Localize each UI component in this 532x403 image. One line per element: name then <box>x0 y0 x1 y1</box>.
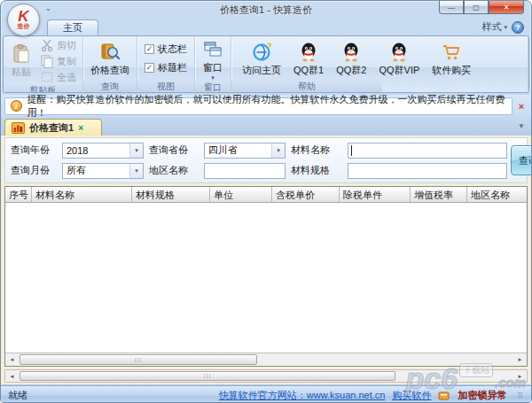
table-header-row: 序号 材料名称 材料规格 单位 含税单价 除税单件 增值税率 地区名称 <box>5 187 527 203</box>
notice-strip: i 提醒：购买快算造价软件的加密锁后，就可以使用所有功能。快算软件永久免费升级，… <box>1 95 531 117</box>
scroll-right-icon[interactable]: ► <box>513 353 527 366</box>
notice-close-icon[interactable]: × <box>515 101 528 112</box>
maximize-button[interactable]: ▢ <box>464 1 489 14</box>
copy-icon <box>40 54 54 68</box>
scroll-track[interactable]: ⁞⁞⁞ <box>19 370 513 382</box>
chart-window-icon <box>12 122 25 134</box>
notice-message-box: i 提醒：购买快算造价软件的加密锁后，就可以使用所有功能。快算软件永久免费升级，… <box>4 97 512 115</box>
year-label: 查询年份 <box>9 143 59 157</box>
province-select[interactable]: 四川省 ▾ <box>204 143 286 159</box>
ribbon-group-query: 价格查询 查询 <box>83 36 137 92</box>
status-ready-text: 就绪 <box>8 389 27 402</box>
qq-group1-button[interactable]: QQ群1 <box>290 41 327 78</box>
month-value: 所有 <box>63 164 129 177</box>
scroll-track[interactable]: ⁞⁞⁞ <box>19 353 513 366</box>
chevron-down-icon: ▾ <box>504 24 507 31</box>
ribbon-group-window: 窗口 ▾ 窗口 <box>195 36 231 92</box>
cascade-windows-icon <box>202 39 223 60</box>
style-dropdown[interactable]: 样式 ▾ <box>481 20 507 34</box>
col-region[interactable]: 地区名称 <box>467 187 527 202</box>
material-name-label: 材料名称 <box>289 143 344 157</box>
col-index[interactable]: 序号 <box>5 187 32 202</box>
scroll-right-icon[interactable]: ► <box>513 370 527 382</box>
doc-tab-close-icon[interactable]: × <box>78 123 83 133</box>
style-dropdown-label: 样式 <box>481 20 501 34</box>
month-label: 查询月份 <box>9 164 59 177</box>
material-spec-input[interactable] <box>348 163 507 179</box>
year-select[interactable]: 2018 ▾ <box>62 143 144 159</box>
window-group-label: 窗口 <box>195 81 231 93</box>
price-query-button[interactable]: 价格查询 <box>87 41 133 78</box>
qq-group-vip-button[interactable]: QQ群VIP <box>375 41 423 78</box>
province-label: 查询省份 <box>147 143 200 157</box>
buy-software-label: 软件购买 <box>432 64 471 77</box>
query-price-button[interactable]: 查询价格 <box>511 145 532 175</box>
qq-group2-button[interactable]: QQ群2 <box>332 41 370 78</box>
cut-button[interactable]: 剪切 <box>37 38 79 52</box>
scroll-thumb[interactable]: ⁞⁞⁞ <box>20 354 257 365</box>
titlebar-checkbox-label: 标题栏 <box>158 61 187 74</box>
info-icon: i <box>11 100 22 112</box>
close-button[interactable]: ✕ <box>489 1 524 14</box>
col-vat-rate[interactable]: 增值税率 <box>411 187 467 202</box>
visit-homepage-button[interactable]: 访问主页 <box>239 41 285 78</box>
col-price-no-tax[interactable]: 除税单件 <box>340 187 411 202</box>
material-spec-label: 材料规格 <box>289 164 344 177</box>
statusbar-checkbox-label: 状态栏 <box>158 43 187 56</box>
select-all-button[interactable]: 全选 <box>37 70 79 84</box>
qq-group-vip-label: QQ群VIP <box>379 64 419 77</box>
minimize-button[interactable]: — <box>439 1 464 14</box>
official-website-link[interactable]: 快算软件官方网站：www.ksuan.net.cn <box>219 389 386 402</box>
ribbon-group-help: 访问主页 QQ群1 <box>231 36 528 92</box>
qq-penguin-icon <box>388 42 410 63</box>
paste-button[interactable]: 粘贴 <box>7 43 35 80</box>
ribbon: 粘贴 剪切 <box>3 35 529 93</box>
buy-software-button[interactable]: 软件购买 <box>428 41 474 78</box>
scroll-thumb[interactable]: ⁞⁞⁞ <box>20 371 395 381</box>
checkbox-checked-icon: ✓ <box>145 63 154 73</box>
help-group-label: 帮助 <box>231 81 382 92</box>
visit-homepage-label: 访问主页 <box>242 64 281 77</box>
resize-grip-icon[interactable]: ⠿ <box>517 391 524 400</box>
cut-icon <box>40 38 54 52</box>
scroll-left-icon[interactable]: ◄ <box>5 353 19 366</box>
col-unit[interactable]: 单位 <box>210 187 272 202</box>
col-material-name[interactable]: 材料名称 <box>32 187 132 202</box>
doc-tab-label: 价格查询1 <box>29 121 74 135</box>
titlebar: ⌄ 价格查询1 - 快算造价 — ▢ ✕ <box>1 1 531 18</box>
page-horizontal-scrollbar[interactable]: ◄ ⁞⁞⁞ ► <box>4 369 528 383</box>
copy-button[interactable]: 复制 <box>37 54 79 68</box>
ribbon-group-view: ✓ 状态栏 ✓ 标题栏 视图 <box>137 36 195 92</box>
app-menu-orb[interactable]: K 造价 <box>7 4 40 36</box>
tab-home[interactable]: 主页 <box>47 19 98 35</box>
tab-price-query-1[interactable]: 价格查询1 × <box>4 119 102 136</box>
tab-list-dropdown-icon[interactable]: ▼ <box>518 122 525 130</box>
col-price-with-tax[interactable]: 含税单价 <box>272 187 340 202</box>
material-name-input[interactable] <box>348 143 507 159</box>
app-logo-text: 造价 <box>18 23 30 29</box>
price-query-label: 价格查询 <box>90 64 129 77</box>
cart-icon <box>438 391 450 401</box>
checkbox-checked-icon: ✓ <box>145 44 154 54</box>
table-horizontal-scrollbar[interactable]: ◄ ⁞⁞⁞ ► <box>5 353 527 366</box>
titlebar-checkbox[interactable]: ✓ 标题栏 <box>145 61 187 74</box>
window-menu-button[interactable]: 窗口 ▾ <box>199 38 227 81</box>
help-button[interactable]: ? <box>512 21 524 34</box>
app-window: K 造价 ⌄ 价格查询1 - 快算造价 — ▢ ✕ 主页 样式 ▾ ? <box>0 0 532 403</box>
scroll-left-icon[interactable]: ◄ <box>5 370 19 382</box>
shopping-cart-icon <box>441 42 462 63</box>
app-logo-icon: K <box>18 11 28 23</box>
month-select[interactable]: 所有 ▾ <box>62 163 144 179</box>
content-area: 查询年份 2018 ▾ 查询省份 四川省 ▾ 材料名称 查询价格 查询月份 所有… <box>1 136 531 384</box>
chevron-down-icon: ▾ <box>129 164 143 178</box>
year-value: 2018 <box>63 145 129 156</box>
region-input[interactable] <box>204 163 286 179</box>
statusbar-checkbox[interactable]: ✓ 状态栏 <box>145 43 187 56</box>
buy-software-link[interactable]: 购买软件 <box>392 389 431 402</box>
table-body-empty <box>5 203 527 353</box>
cut-label: 剪切 <box>57 39 76 52</box>
col-material-spec[interactable]: 材料规格 <box>132 187 210 202</box>
window-controls: — ▢ ✕ <box>439 1 524 14</box>
select-all-icon <box>40 70 54 84</box>
status-bar: 就绪 快算软件官方网站：www.ksuan.net.cn 购买软件 加密锁异常 … <box>1 385 531 403</box>
